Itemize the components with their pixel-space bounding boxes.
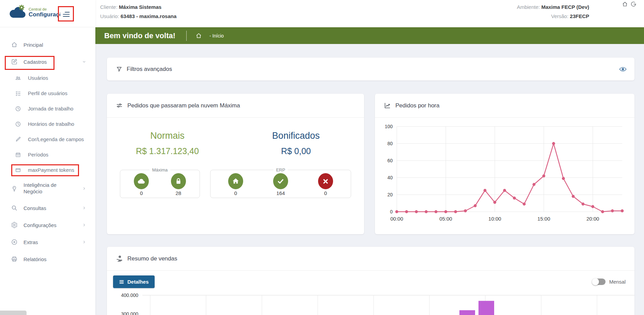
status-stat: 0 (318, 173, 333, 196)
sidebar-item-label: Jornada de trabalho (28, 106, 73, 111)
user-label: Usuário: (100, 13, 119, 19)
sidebar-item-cadastros[interactable]: Cadastros (0, 53, 95, 70)
chevron-right-icon (82, 223, 87, 227)
client-label: Cliente: (100, 4, 117, 10)
client-info: Cliente: Máxima Sistemas Usuário: 63483 … (100, 4, 176, 22)
monthly-toggle-label: Mensal (609, 279, 626, 285)
svg-text:80: 80 (387, 141, 393, 146)
sidebar-item-usuarios[interactable]: Usuários (0, 70, 95, 86)
sidebar-toggle-button[interactable] (60, 9, 73, 20)
sidebar-item-configuracoes[interactable]: Configurações (0, 216, 95, 234)
status-group-legend: Máxima (150, 167, 171, 172)
env-value: Maxima FECP (Dev) (541, 4, 589, 10)
sidebar-item-jornada-de-trabalho[interactable]: Jornada de trabalho (0, 101, 95, 116)
home-solid-icon (231, 177, 240, 186)
sidebar-item-label: Inteligência de Negócio (23, 182, 66, 195)
bonus-orders-label: Bonificados (228, 131, 364, 141)
sidebar-item-perfil-de-usuarios[interactable]: Perfil de usuários (0, 86, 95, 101)
status-count: 0 (140, 190, 143, 196)
sidebar: Central de Configurações PrincipalCadast… (0, 0, 95, 315)
orders-totals: Normais R$ 1.317.123,40 Bonificados R$ 0… (107, 131, 364, 156)
toggle-knob (592, 278, 599, 285)
toggle-visibility-button[interactable] (619, 65, 627, 73)
status-circle (273, 173, 288, 189)
clock-icon (15, 121, 21, 127)
breadcrumb: - Início (209, 33, 224, 39)
lightbulb-icon (11, 185, 18, 192)
check-icon (276, 177, 285, 186)
status-group-maxima: Máxima028 (120, 167, 200, 198)
list-icon (119, 279, 124, 285)
sidebar-item-label: Perfil de usuários (28, 90, 67, 96)
sidebar-item-relatorios[interactable]: Relatórios (0, 251, 95, 268)
version-value: 23FECP (570, 13, 589, 19)
client-value: Máxima Sistemas (119, 4, 161, 10)
sidebar-item-label: Cadastros (23, 59, 47, 65)
status-circle (171, 173, 186, 189)
plus-circle-icon (11, 239, 18, 245)
credit-card-icon (15, 167, 21, 173)
chart-line-icon (384, 102, 391, 109)
orders-status-groups: Máxima028ERP01640 (107, 167, 364, 198)
hourly-card-header: Pedidos por hora (375, 94, 634, 118)
details-button[interactable]: Detalhes (113, 275, 155, 288)
cloud-gear-logo-icon (8, 5, 27, 20)
browser-status-tooltip (0, 311, 27, 315)
environment-info: Ambiente: Maxima FECP (Dev) Versão: 23FE… (517, 4, 589, 22)
status-circle (228, 173, 243, 189)
main-content: Filtros avançados Pedidos que (95, 44, 644, 315)
search-icon (11, 205, 18, 211)
gear-icon (11, 222, 18, 228)
banner-title: Bem vindo de volta! (104, 31, 175, 40)
sidebar-item-principal[interactable]: Principal (0, 36, 95, 53)
home-icon[interactable] (622, 1, 628, 7)
chevron-right-icon (82, 206, 87, 210)
sidebar-item-label: Cor/Legenda de campos (28, 136, 84, 142)
sidebar-item-periodos[interactable]: Períodos (0, 147, 95, 162)
logout-icon[interactable] (630, 1, 637, 7)
status-group-legend: ERP (273, 167, 288, 172)
topbar: Cliente: Máxima Sistemas Usuário: 63483 … (95, 0, 644, 27)
sidebar-item-label: Horários de trabalho (28, 121, 74, 127)
svg-text:400.000: 400.000 (121, 292, 138, 298)
sidebar-item-inteligencia-de-negocio[interactable]: Inteligência de Negócio (0, 178, 95, 199)
sidebar-item-label: Configurações (23, 222, 57, 228)
orders-per-hour-chart: 02040608010000:0005:0010:0015:0020:00 (380, 118, 631, 234)
status-circle (318, 173, 333, 189)
status-stat: 0 (228, 173, 243, 196)
status-stat: 28 (171, 173, 186, 196)
normal-orders-value: R$ 1.317.123,40 (107, 146, 228, 156)
svg-text:300.000: 300.000 (121, 311, 138, 315)
hand-coin-icon (116, 255, 123, 262)
sidebar-item-cor-legenda-de-campos[interactable]: Cor/Legenda de campos (0, 132, 95, 147)
x-mark-icon (321, 177, 330, 186)
status-count: 164 (276, 190, 285, 196)
svg-text:100: 100 (385, 124, 393, 129)
svg-text:20:00: 20:00 (586, 216, 599, 222)
chevron-down-icon (82, 59, 87, 64)
users-icon (15, 75, 21, 81)
sidebar-item-consultas[interactable]: Consultas (0, 199, 95, 216)
sidebar-item-label: maxPayment tokens (28, 167, 74, 173)
corner-actions (622, 1, 637, 7)
pencil-icon (15, 136, 21, 142)
chevron-right-icon (82, 186, 87, 191)
monthly-toggle[interactable] (593, 279, 606, 285)
status-stat: 164 (273, 173, 288, 196)
advanced-filters-card: Filtros avançados (107, 58, 634, 80)
home-icon[interactable] (195, 32, 202, 39)
filters-title: Filtros avançados (127, 66, 172, 73)
checklist-icon (15, 90, 21, 96)
calendar-icon (15, 152, 21, 158)
svg-text:05:00: 05:00 (439, 216, 452, 222)
sidebar-item-maxpayment-tokens[interactable]: maxPayment tokens (0, 162, 95, 178)
sales-summary-card: Resumo de vendas Detalhes Mensal 400.000… (107, 247, 634, 315)
status-count: 0 (234, 190, 237, 196)
funnel-icon (116, 66, 123, 73)
sidebar-item-horarios-de-trabalho[interactable]: Horários de trabalho (0, 116, 95, 132)
bonus-orders-value: R$ 0,00 (228, 146, 364, 156)
sidebar-item-extras[interactable]: Extras (0, 234, 95, 251)
cloud-solid-icon (137, 177, 146, 186)
sidebar-item-label: Extras (23, 239, 38, 245)
hamburger-icon (62, 10, 71, 18)
